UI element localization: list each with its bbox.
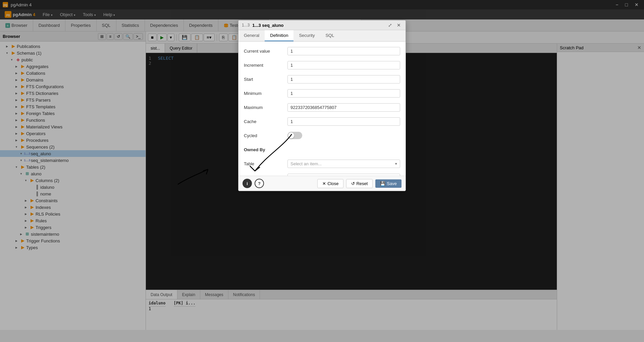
start-field[interactable] (287, 75, 400, 83)
current-value-field[interactable] (287, 47, 400, 55)
save-icon: 💾 (380, 181, 385, 186)
field-cycled-toggle (287, 132, 400, 139)
modal-title: 1...3 seq_aluno (252, 23, 384, 28)
field-table-select: Select an item... ▾ (287, 160, 400, 168)
field-maximum-input (287, 103, 400, 112)
help-button[interactable]: ? (255, 179, 264, 188)
field-minimum-input (287, 89, 400, 98)
modal-tab-definition[interactable]: Definition (265, 30, 293, 41)
field-increment: Increment (244, 60, 400, 70)
modal-expand-button[interactable]: ⤢ (387, 22, 393, 28)
modal-overlay: 1...3 1...3 seq_aluno ⤢ ✕ General Defini… (0, 0, 644, 330)
toggle-thumb (288, 132, 294, 138)
field-cache: Cache (244, 116, 400, 127)
modal-titlebar: 1...3 1...3 seq_aluno ⤢ ✕ (238, 20, 406, 30)
close-icon: ✕ (322, 181, 326, 186)
field-cache-input (287, 117, 400, 126)
field-start-input (287, 75, 400, 83)
minimum-field[interactable] (287, 89, 400, 98)
modal-controls: ⤢ ✕ (387, 22, 402, 28)
modal-tabs: General Definition Security SQL (238, 30, 406, 42)
column-select[interactable]: Select an item... (288, 174, 392, 176)
table-select-container[interactable]: Select an item... ▾ (287, 160, 400, 168)
owned-by-label: Owned By (244, 147, 265, 152)
field-cycled: Cycled (244, 130, 400, 141)
field-increment-label: Increment (244, 63, 287, 68)
field-column-select: Select an item... ▾ (287, 174, 400, 176)
section-owned-by: Owned By (244, 144, 400, 155)
modal-tab-sql[interactable]: SQL (320, 30, 339, 41)
column-select-arrow: ▾ (392, 176, 400, 176)
field-current-value-label: Current value (244, 49, 287, 54)
save-button-label: Save (387, 181, 397, 186)
modal-tab-general[interactable]: General (238, 30, 265, 41)
toggle-track (287, 132, 302, 139)
modal-icon: 1...3 (242, 23, 250, 27)
field-table-label: Table (244, 161, 287, 166)
field-maximum-label: Maximum (244, 105, 287, 110)
table-select-arrow: ▾ (392, 162, 400, 166)
modal-tab-security[interactable]: Security (293, 30, 320, 41)
modal-reset-button[interactable]: ↺ Reset (346, 179, 373, 188)
reset-icon: ↺ (351, 181, 355, 186)
increment-field[interactable] (287, 61, 400, 69)
cycled-toggle[interactable] (287, 132, 302, 139)
modal-close-x-button[interactable]: ✕ (395, 22, 402, 28)
column-select-container[interactable]: Select an item... ▾ (287, 174, 400, 176)
field-minimum: Minimum (244, 88, 400, 99)
field-increment-input (287, 61, 400, 69)
reset-button-label: Reset (356, 181, 368, 186)
modal-body: Current value Increment Start Minimum (238, 42, 406, 176)
maximum-field[interactable] (287, 103, 400, 112)
cache-field[interactable] (287, 117, 400, 126)
table-select[interactable]: Select an item... (288, 160, 392, 168)
field-column: Column Select an item... ▾ (244, 172, 400, 176)
field-table: Table Select an item... ▾ (244, 158, 400, 169)
modal-close-button[interactable]: ✕ Close (317, 179, 343, 188)
close-button-label: Close (327, 181, 338, 186)
modal-dialog: 1...3 1...3 seq_aluno ⤢ ✕ General Defini… (238, 20, 406, 191)
field-cache-label: Cache (244, 119, 287, 124)
field-minimum-label: Minimum (244, 91, 287, 96)
field-column-label: Column (244, 175, 287, 176)
field-current-value: Current value (244, 46, 400, 56)
field-cycled-label: Cycled (244, 133, 287, 138)
field-current-value-input (287, 47, 400, 55)
modal-save-button[interactable]: 💾 Save (375, 179, 401, 188)
field-maximum: Maximum (244, 102, 400, 113)
field-start: Start (244, 74, 400, 84)
info-button[interactable]: i (243, 179, 252, 188)
modal-footer: i ? ✕ Close ↺ Reset 💾 Save (238, 176, 406, 191)
field-start-label: Start (244, 77, 287, 82)
